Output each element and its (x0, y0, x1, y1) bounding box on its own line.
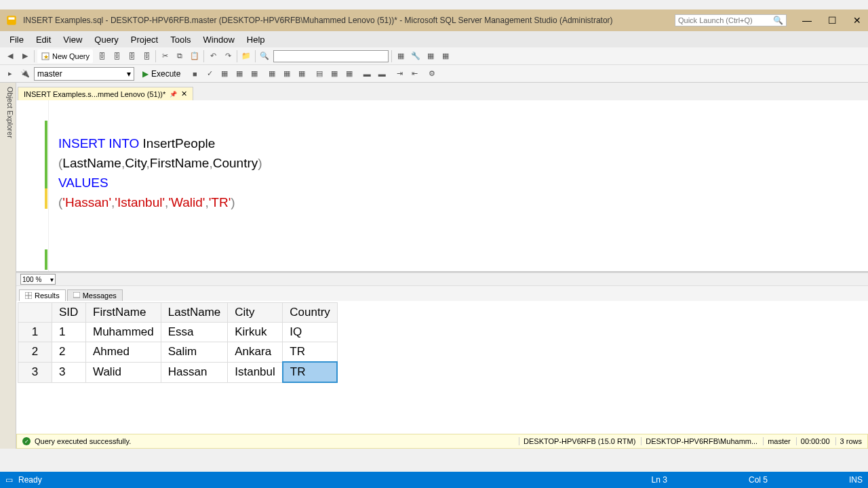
db-selected: master (37, 69, 62, 79)
tool-icon-2[interactable]: ▦ (425, 50, 437, 62)
chevron-down-icon: ▾ (50, 276, 54, 283)
status-server: DESKTOP-HPV6RFB (15.0 RTM) (519, 437, 635, 445)
status-db: master (763, 437, 791, 445)
plan-icon-2[interactable]: ▦ (233, 68, 245, 80)
ssms-icon (5, 14, 18, 26)
tab-messages[interactable]: Messages (67, 289, 123, 301)
menu-help[interactable]: Help (241, 33, 271, 46)
indent-icon[interactable]: ⇥ (393, 68, 406, 80)
titlebar: INSERT Examples.sql - DESKTOP-HPV6RFB.ma… (0, 9, 868, 31)
db-icon-2[interactable]: 🗄 (111, 50, 123, 62)
stop-icon[interactable]: ■ (189, 68, 201, 80)
paste-icon[interactable]: 📋 (189, 50, 201, 62)
opt-icon-1[interactable]: ▦ (266, 68, 278, 80)
play-icon: ▶ (142, 69, 149, 79)
undo-icon[interactable]: ↶ (207, 50, 219, 62)
pin-icon[interactable]: 📌 (170, 91, 177, 98)
status-time: 00:00:00 (796, 437, 830, 445)
db-icon-3[interactable]: 🗄 (125, 50, 138, 62)
new-query-button[interactable]: ★ New Query (37, 49, 93, 63)
zoom-selector[interactable]: 100 %▾ (20, 274, 56, 285)
uncomment-icon[interactable]: ▬ (376, 68, 388, 80)
find-icon[interactable]: 🔍 (258, 50, 271, 62)
tool-icon-3[interactable]: ▦ (439, 50, 452, 62)
results-grid[interactable]: SID FirstName LastName City Country 1 1M… (16, 301, 868, 434)
tab-label: INSERT Examples.s...mmed Lenovo (51))* (24, 90, 165, 98)
status-line: Ln 3 (652, 475, 667, 485)
editor-content[interactable]: INSERT INTO InsertPeople (LastName,City,… (49, 100, 868, 271)
row-header-blank[interactable] (18, 303, 52, 323)
tool-icon-1[interactable]: ▦ (395, 50, 407, 62)
quick-launch[interactable]: 🔍 (675, 14, 787, 26)
object-explorer-tab[interactable]: Object Explorer (0, 83, 16, 449)
parse-icon[interactable]: ✓ (203, 68, 216, 80)
maximize-button[interactable]: ☐ (824, 14, 841, 27)
menu-window[interactable]: Window (198, 33, 240, 46)
quick-launch-input[interactable] (678, 16, 773, 24)
close-button[interactable]: ✕ (849, 14, 865, 27)
table-row[interactable]: 1 1MuhammedEssaKirkukIQ (18, 323, 338, 342)
status-col: Col 5 (749, 475, 768, 485)
status-ready: Ready (18, 475, 42, 485)
menu-view[interactable]: View (58, 33, 87, 46)
col-sid[interactable]: SID (52, 303, 86, 323)
tab-results[interactable]: Results (19, 289, 66, 301)
search-icon: 🔍 (773, 16, 783, 25)
cut-icon[interactable]: ✂ (159, 50, 171, 62)
results-grid-icon[interactable]: ▦ (328, 68, 340, 80)
svg-rect-1 (9, 18, 15, 20)
tab-insert-examples[interactable]: INSERT Examples.s...mmed Lenovo (51))* 📌… (18, 87, 193, 100)
copy-icon[interactable]: ⧉ (174, 50, 186, 62)
results-status-bar: ✓ Query executed successfully. DESKTOP-H… (16, 434, 868, 449)
menu-tools[interactable]: Tools (165, 33, 196, 46)
plan-icon-3[interactable]: ▦ (248, 68, 260, 80)
table-row[interactable]: 3 3WalidHassanIstanbulTR (18, 362, 338, 382)
status-ins: INS (849, 475, 863, 485)
status-user: DESKTOP-HPV6RFB\Muhamm... (641, 437, 757, 445)
nav-back-icon[interactable]: ◀ (4, 50, 16, 62)
plan-icon-1[interactable]: ▦ (218, 68, 231, 80)
outdent-icon[interactable]: ⇤ (408, 68, 420, 80)
grid-icon (25, 292, 32, 299)
database-selector[interactable]: master ▾ (34, 67, 134, 81)
statusbar: ▭ Ready Ln 3 Col 5 INS (0, 472, 868, 488)
zoom-bar: 100 %▾ (16, 272, 868, 286)
statusbar-icon: ▭ (5, 475, 13, 485)
results-file-icon[interactable]: ▦ (343, 68, 355, 80)
connect-icon[interactable]: ▸ (4, 68, 16, 80)
db-icon-1[interactable]: 🗄 (96, 50, 108, 62)
col-city[interactable]: City (228, 303, 283, 323)
opt-icon-2[interactable]: ▦ (281, 68, 293, 80)
minimize-button[interactable]: — (798, 14, 816, 27)
svg-rect-7 (73, 292, 80, 298)
menu-query[interactable]: Query (89, 33, 123, 46)
sqlcmd-icon[interactable]: ⚙ (426, 68, 438, 80)
col-lastname[interactable]: LastName (161, 303, 227, 323)
col-firstname[interactable]: FirstName (86, 303, 161, 323)
comment-icon[interactable]: ▬ (361, 68, 373, 80)
col-country[interactable]: Country (283, 303, 338, 323)
sql-editor[interactable]: INSERT INTO InsertPeople (LastName,City,… (16, 100, 868, 272)
solution-icon[interactable]: 📁 (240, 50, 252, 62)
toolbar-combo[interactable] (273, 50, 389, 62)
svg-rect-0 (7, 16, 16, 25)
opt-icon-3[interactable]: ▦ (296, 68, 308, 80)
chevron-down-icon: ▾ (127, 69, 131, 79)
close-tab-icon[interactable]: ✕ (181, 89, 187, 98)
execute-button[interactable]: ▶ Execute (137, 68, 186, 80)
redo-icon[interactable]: ↷ (222, 50, 234, 62)
selected-cell: TR (283, 362, 338, 382)
db-icon-4[interactable]: 🗄 (140, 50, 153, 62)
nav-fwd-icon[interactable]: ▶ (19, 50, 31, 62)
change-conn-icon[interactable]: 🔌 (19, 68, 31, 80)
menu-project[interactable]: Project (125, 33, 163, 46)
success-icon: ✓ (22, 437, 31, 445)
table-row[interactable]: 2 2AhmedSalimAnkaraTR (18, 342, 338, 363)
status-rows: 3 rows (835, 437, 862, 445)
results-text-icon[interactable]: ▤ (313, 68, 326, 80)
menu-edit[interactable]: Edit (31, 33, 56, 46)
menu-file[interactable]: File (4, 33, 29, 46)
editor-gutter (16, 100, 49, 271)
wrench-icon[interactable]: 🔧 (410, 50, 422, 62)
svg-text:★: ★ (43, 54, 49, 60)
